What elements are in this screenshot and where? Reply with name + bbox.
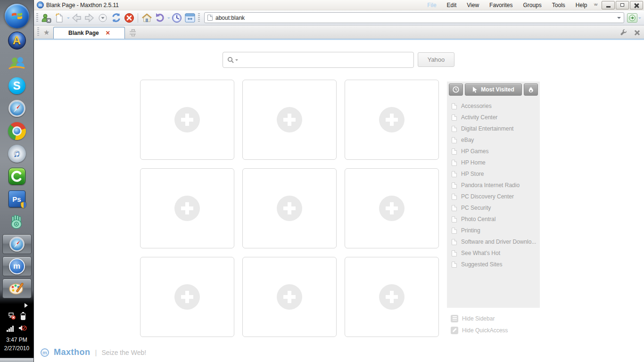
add-site-plus-icon[interactable]: [174, 284, 200, 310]
quick-access-tile[interactable]: [140, 80, 234, 160]
restore-button[interactable]: [616, 1, 629, 9]
most-visited-item[interactable]: Digital Entertainment: [452, 123, 538, 134]
signal-bars-icon[interactable]: [7, 326, 14, 332]
most-visited-item[interactable]: Software and Driver Downlo...: [452, 236, 538, 247]
search-engine-dropdown-icon[interactable]: [235, 59, 238, 62]
add-site-plus-icon[interactable]: [379, 284, 405, 310]
most-visited-item[interactable]: See What's Hot: [452, 247, 538, 259]
history-clock-button[interactable]: [449, 83, 463, 96]
add-site-plus-icon[interactable]: [174, 196, 200, 221]
history-button[interactable]: [171, 12, 183, 24]
stop-button[interactable]: [123, 12, 135, 24]
quick-access-tile[interactable]: [242, 80, 337, 160]
safari-icon[interactable]: [7, 98, 27, 119]
address-bar[interactable]: about:blank: [204, 12, 624, 23]
add-site-plus-icon[interactable]: [277, 196, 302, 221]
itunes-icon[interactable]: ♫: [7, 143, 27, 164]
add-site-plus-icon[interactable]: [379, 196, 405, 221]
menu-overflow-chevron-icon[interactable]: ˅˅: [594, 3, 597, 7]
quick-access-tile[interactable]: [242, 257, 337, 337]
menu-item[interactable]: Groups: [523, 2, 541, 8]
maxthon-running-button[interactable]: m: [2, 256, 32, 276]
tab-blank-page[interactable]: Blank Page ✕: [53, 27, 125, 39]
menu-item[interactable]: Edit: [447, 2, 457, 8]
yahoo-search-button[interactable]: Yahoo: [418, 52, 454, 67]
most-visited-item[interactable]: Activity Center: [452, 112, 538, 123]
address-input[interactable]: about:blank: [215, 15, 617, 21]
menu-item[interactable]: View: [467, 2, 479, 8]
avant-browser-icon[interactable]: A: [7, 30, 27, 51]
quick-access-tile[interactable]: [345, 257, 439, 337]
quick-access-tile[interactable]: [140, 257, 234, 337]
most-visited-item[interactable]: Photo Central: [452, 214, 538, 225]
search-input[interactable]: [241, 57, 409, 64]
add-site-plus-icon[interactable]: [277, 107, 302, 132]
search-icon[interactable]: [227, 57, 234, 63]
most-visited-item[interactable]: HP Games: [452, 146, 538, 157]
most-visited-item[interactable]: PC Security: [452, 202, 538, 214]
hide-quickaccess-link[interactable]: Hide QuickAccess: [451, 324, 508, 336]
tabbar-gripper[interactable]: [37, 27, 39, 37]
add-site-plus-icon[interactable]: [174, 107, 200, 132]
history-dropdown-button[interactable]: [97, 12, 109, 24]
add-site-plus-icon[interactable]: [277, 284, 302, 310]
menu-item[interactable]: Favorites: [489, 2, 512, 8]
most-visited-item[interactable]: PC Discovery Center: [452, 191, 538, 202]
undo-dropdown-icon[interactable]: [167, 17, 170, 20]
bittorrent-icon[interactable]: [7, 166, 27, 187]
quick-access-tile[interactable]: [345, 80, 439, 160]
tab-close-icon[interactable]: ✕: [106, 30, 110, 36]
photoshop-icon[interactable]: Ps: [7, 189, 27, 209]
hide-sidebar-link[interactable]: Hide Sidebar: [451, 313, 508, 324]
addressbar-gripper[interactable]: [198, 13, 200, 23]
new-page-button[interactable]: [53, 12, 66, 24]
hand-eye-app-icon[interactable]: [7, 211, 27, 232]
close-button[interactable]: [630, 1, 643, 9]
most-visited-item[interactable]: Pandora Internet Radio: [452, 180, 538, 191]
undo-button[interactable]: [154, 12, 166, 24]
forward-button[interactable]: [83, 12, 96, 24]
menu-item[interactable]: Help: [576, 2, 587, 8]
paint-palette-running-button[interactable]: [2, 279, 32, 298]
flame-button[interactable]: [524, 83, 538, 96]
refresh-button[interactable]: [110, 12, 122, 24]
chrome-icon[interactable]: [7, 121, 27, 141]
tray-expand-icon[interactable]: [25, 303, 28, 308]
quick-access-tile[interactable]: [140, 168, 234, 248]
battery-icon[interactable]: [21, 313, 25, 320]
windows-start-orb[interactable]: [5, 4, 29, 28]
menu-item[interactable]: File: [427, 2, 436, 8]
skype-icon[interactable]: S: [7, 75, 27, 96]
user-profile-button[interactable]: [40, 12, 52, 24]
back-button[interactable]: [70, 12, 83, 24]
most-visited-item[interactable]: HP Home: [452, 157, 538, 168]
most-visited-button[interactable]: Most Visited: [465, 83, 522, 96]
speaker-muted-icon[interactable]: [18, 324, 27, 332]
wrench-icon[interactable]: [620, 28, 627, 36]
toolbar-gripper[interactable]: [36, 13, 38, 23]
add-site-plus-icon[interactable]: [379, 107, 405, 132]
most-visited-item[interactable]: Printing: [452, 225, 538, 236]
most-visited-item[interactable]: Suggested Sites: [452, 259, 538, 270]
show-desktop-button[interactable]: [0, 358, 33, 362]
go-button[interactable]: [627, 13, 637, 23]
safari-running-button[interactable]: [2, 234, 32, 254]
new-page-dropdown-icon[interactable]: [67, 17, 70, 20]
search-box[interactable]: [223, 52, 414, 68]
new-tab-button[interactable]: [130, 29, 137, 36]
network-error-icon[interactable]: [8, 312, 16, 320]
messenger-icon[interactable]: [7, 53, 27, 74]
address-dropdown-icon[interactable]: [617, 17, 621, 21]
most-visited-item[interactable]: eBay: [452, 134, 538, 146]
go-dropdown-icon[interactable]: [638, 17, 641, 20]
taskbar-clock[interactable]: 3:47 PM 2/27/2010: [4, 336, 29, 353]
popup-window-button[interactable]: [184, 12, 196, 24]
most-visited-item[interactable]: HP Store: [452, 168, 538, 180]
close-tabbar-icon[interactable]: [634, 30, 639, 35]
menu-item[interactable]: Tools: [552, 2, 565, 8]
favorites-star-icon[interactable]: ★: [43, 28, 50, 37]
quick-access-tile[interactable]: [345, 168, 439, 248]
quick-access-tile[interactable]: [242, 168, 337, 248]
most-visited-item[interactable]: Accessories: [452, 100, 538, 112]
home-button[interactable]: [140, 12, 153, 24]
